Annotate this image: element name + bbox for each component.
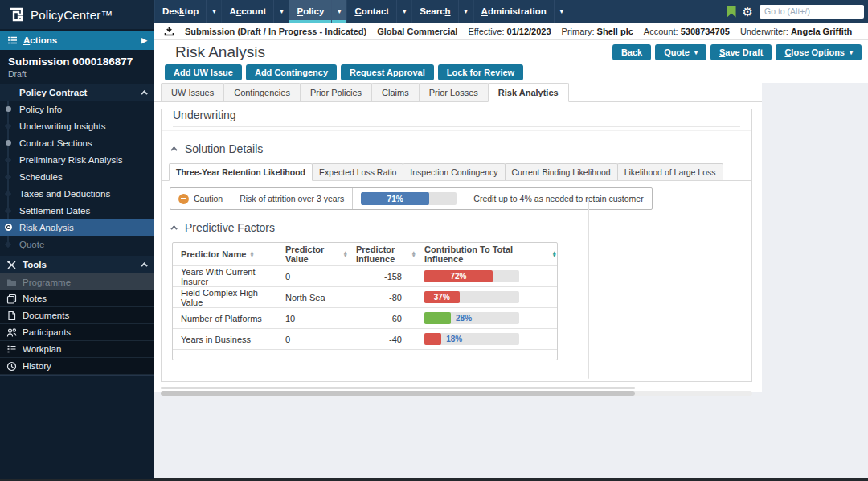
sidebar-item-taxes-and-deductions[interactable]: Taxes and Deductions bbox=[0, 185, 154, 202]
sidebar-item-contract-sections[interactable]: Contract Sections bbox=[0, 134, 154, 151]
sidebar-tool-notes[interactable]: Notes bbox=[0, 290, 154, 307]
collapse-icon[interactable] bbox=[170, 225, 177, 232]
request-approval-button[interactable]: Request Approval bbox=[341, 64, 434, 80]
sort-arrows-icon[interactable]: ▲▼ bbox=[249, 251, 254, 258]
horizontal-scrollbar-track[interactable] bbox=[161, 391, 752, 396]
table-row-years-with-current-insurer[interactable]: Years With Current Insurer0-15872% bbox=[173, 265, 557, 286]
menu-label[interactable]: Search bbox=[411, 0, 457, 23]
account-number-link[interactable]: 5308734705 bbox=[681, 27, 730, 36]
predictor-value: 10 bbox=[277, 314, 348, 323]
sidebar-item-preliminary-risk-analysis[interactable]: Preliminary Risk Analysis bbox=[0, 151, 154, 168]
tab-prior-losses[interactable]: Prior Losses bbox=[419, 83, 489, 101]
column-header-predictor-influence[interactable]: Predictor Influence▲▼ bbox=[348, 245, 416, 264]
tab-label: Prior Policies bbox=[310, 88, 362, 97]
collapse-icon[interactable] bbox=[141, 90, 147, 97]
policy-contract-label: Policy Contract bbox=[19, 88, 87, 97]
solution-tab-three-year-retention-likelihood[interactable]: Three-Year Retention Likelihood bbox=[169, 163, 313, 181]
menu-label[interactable]: Policy bbox=[289, 0, 331, 23]
tab-prior-policies[interactable]: Prior Policies bbox=[300, 83, 372, 101]
gear-icon[interactable]: ⚙ bbox=[743, 6, 753, 18]
policy-contract-header[interactable]: Policy Contract bbox=[0, 84, 154, 101]
menu-administration[interactable]: Administration▾ bbox=[473, 0, 569, 23]
actions-menu[interactable]: Actions ▶ bbox=[0, 31, 154, 50]
menu-contact[interactable]: Contact▾ bbox=[346, 0, 411, 23]
assessment-recommendation: Credit up to 4% as needed to retain cust… bbox=[465, 188, 651, 209]
horizontal-scrollbar-thumb[interactable] bbox=[161, 391, 635, 396]
add-uw-issue-button[interactable]: Add UW Issue bbox=[165, 64, 242, 80]
diamond-bullet-icon bbox=[4, 122, 12, 130]
chevron-down-icon[interactable]: ▾ bbox=[554, 0, 569, 23]
column-header-contribution-to-total-influence[interactable]: Contribution To Total Influence▲▼ bbox=[416, 245, 557, 264]
sidebar-tool-workplan[interactable]: Workplan bbox=[0, 341, 154, 358]
menu-search[interactable]: Search▾ bbox=[411, 0, 473, 23]
sidebar-item-risk-analysis[interactable]: Risk Analysis bbox=[0, 219, 154, 236]
menu-desktop[interactable]: Desktop▾ bbox=[154, 0, 221, 23]
chevron-down-icon[interactable]: ▾ bbox=[694, 49, 698, 56]
score-progressbar: 71% bbox=[361, 192, 457, 205]
solution-tab-current-binding-likelihood[interactable]: Current Binding Likelihood bbox=[505, 163, 618, 180]
dot-bullet-icon bbox=[4, 105, 12, 113]
chevron-down-icon[interactable]: ▾ bbox=[206, 0, 221, 23]
chevron-down-icon[interactable]: ▾ bbox=[458, 0, 473, 23]
contribution-bar: 28% bbox=[424, 312, 519, 324]
diamond-bullet-icon bbox=[4, 207, 12, 215]
table-row-years-in-business[interactable]: Years in Business0-4018% bbox=[173, 328, 557, 349]
sort-arrows-icon[interactable]: ▲▼ bbox=[552, 251, 557, 258]
menu-label[interactable]: Administration bbox=[473, 0, 554, 23]
contribution-label: 18% bbox=[446, 335, 462, 343]
menu-label[interactable]: Account bbox=[221, 0, 273, 23]
sidebar-tool-history[interactable]: History bbox=[0, 358, 154, 375]
column-header-predictor-value[interactable]: Predictor Value▲▼ bbox=[277, 245, 348, 264]
chevron-down-icon[interactable]: ▾ bbox=[273, 0, 289, 23]
chevron-down-icon[interactable]: ▾ bbox=[331, 0, 346, 23]
lock-for-review-button[interactable]: Lock for Review bbox=[438, 64, 523, 80]
column-header-predictor-name[interactable]: Predictor Name▲▼ bbox=[173, 249, 277, 259]
sidebar-tool-participants[interactable]: Participants bbox=[0, 324, 154, 341]
inner-vertical-scrollbar[interactable] bbox=[588, 199, 589, 379]
sidebar-item-underwriting-insights[interactable]: Underwriting Insights bbox=[0, 117, 154, 134]
goto-input[interactable] bbox=[760, 5, 864, 18]
save-draft-button[interactable]: Save Draft bbox=[710, 44, 772, 60]
menu-account[interactable]: Account▾ bbox=[221, 0, 289, 23]
sidebar-item-schedules[interactable]: Schedules bbox=[0, 168, 154, 185]
tab-contingencies[interactable]: Contingencies bbox=[223, 83, 301, 101]
tab-risk-analytics[interactable]: Risk Analytics bbox=[488, 83, 569, 102]
close-options-button[interactable]: Close Options▾ bbox=[776, 44, 862, 60]
risk-analytics-panel: Underwriting Solution Details Three-Year… bbox=[161, 109, 752, 382]
menu-label[interactable]: Contact bbox=[346, 0, 396, 23]
context-submission-status: Submission (Draft / In Progress - Indica… bbox=[185, 27, 366, 36]
predictive-factors-header[interactable]: Predictive Factors bbox=[173, 221, 751, 234]
diamond-bullet-icon bbox=[4, 190, 12, 198]
tab-uw-issues[interactable]: UW Issues bbox=[161, 83, 224, 101]
sidebar-tool-documents[interactable]: Documents bbox=[0, 307, 154, 324]
chevron-down-icon[interactable]: ▾ bbox=[850, 49, 853, 56]
menu-policy[interactable]: Policy▾ bbox=[289, 0, 346, 23]
back-button[interactable]: Back bbox=[612, 44, 651, 60]
contribution-cell: 18% bbox=[416, 333, 557, 345]
add-contingency-button[interactable]: Add Contingency bbox=[246, 64, 337, 80]
sidebar-tool-programme[interactable]: Programme bbox=[0, 273, 154, 290]
solution-tab-inspection-contingency[interactable]: Inspection Contingency bbox=[403, 163, 505, 180]
bookmark-icon[interactable] bbox=[727, 6, 736, 18]
chevron-down-icon[interactable]: ▾ bbox=[396, 0, 411, 23]
solution-tab-likelihood-of-large-loss[interactable]: Likelihood of Large Loss bbox=[617, 163, 723, 180]
tools-header[interactable]: Tools bbox=[0, 256, 154, 273]
solution-details-header[interactable]: Solution Details bbox=[173, 142, 751, 155]
tab-claims[interactable]: Claims bbox=[371, 83, 420, 101]
sidebar-item-policy-info[interactable]: Policy Info bbox=[0, 101, 154, 117]
collapse-icon[interactable] bbox=[141, 262, 147, 269]
solution-tabbar: Three-Year Retention LikelihoodExpected … bbox=[162, 163, 751, 181]
tab-label: Inspection Contingency bbox=[410, 167, 497, 177]
sidebar-item-quote[interactable]: Quote bbox=[0, 236, 154, 253]
page-header: Submission (Draft / In Progress - Indica… bbox=[154, 23, 868, 83]
table-row-number-of-platforms[interactable]: Number of Platforms106028% bbox=[173, 307, 557, 328]
quote-button[interactable]: Quote▾ bbox=[655, 44, 706, 60]
collapse-icon[interactable] bbox=[170, 146, 177, 153]
menu-label[interactable]: Desktop bbox=[154, 0, 206, 23]
solution-tab-expected-loss-ratio[interactable]: Expected Loss Ratio bbox=[312, 163, 403, 180]
table-row-field-complex-high-value[interactable]: Field Complex High ValueNorth Sea-8037% bbox=[173, 286, 557, 307]
tool-label: Workplan bbox=[23, 344, 61, 354]
tool-label: Participants bbox=[23, 327, 71, 337]
sidebar-item-settlement-dates[interactable]: Settlement Dates bbox=[0, 202, 154, 219]
contribution-bar: 72% bbox=[424, 270, 519, 282]
